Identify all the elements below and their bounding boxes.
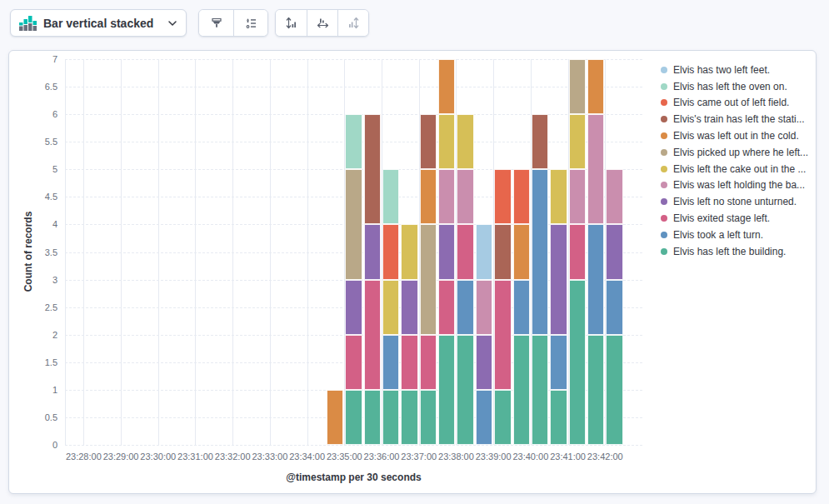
bar-segment[interactable] — [606, 280, 622, 335]
bar-segment[interactable] — [513, 335, 530, 445]
bar-segment[interactable] — [420, 114, 437, 169]
legend-item[interactable]: Elvis took a left turn. — [661, 227, 815, 243]
bar-segment[interactable] — [420, 169, 437, 224]
legend-item[interactable]: Elvis exited stage left. — [661, 210, 815, 227]
bar-segment[interactable] — [569, 280, 586, 445]
bar-segment[interactable] — [513, 224, 530, 279]
legend-item[interactable]: Elvis left the cake out in the ... — [661, 161, 815, 177]
bar-segment[interactable] — [494, 169, 511, 224]
bar-segment[interactable] — [457, 114, 473, 169]
bar-segment[interactable] — [345, 335, 362, 390]
bar-segment[interactable] — [550, 224, 567, 334]
bar-segment[interactable] — [364, 114, 381, 224]
bar-segment[interactable] — [587, 59, 604, 114]
bar-segment[interactable] — [364, 390, 381, 445]
bar-segment[interactable] — [345, 280, 362, 335]
bar-segment[interactable] — [420, 390, 437, 445]
chevron-down-icon — [167, 18, 177, 28]
legend-item[interactable]: Elvis has left the building. — [661, 243, 815, 260]
legend-item[interactable]: Elvis picked up where he left... — [661, 144, 815, 161]
bar-segment[interactable] — [364, 224, 381, 279]
bar-segment[interactable] — [606, 335, 622, 445]
bar-segment[interactable] — [494, 280, 511, 390]
bar-segment[interactable] — [532, 335, 548, 445]
bar-segment[interactable] — [438, 59, 455, 114]
bar-segment[interactable] — [587, 224, 604, 334]
bar-segment[interactable] — [401, 335, 417, 390]
bar-segment[interactable] — [401, 224, 417, 279]
bar-segment[interactable] — [606, 169, 622, 224]
legend-label: Elvis has left the oven on. — [673, 81, 787, 92]
legend-color-dot — [661, 67, 667, 73]
bar-segment[interactable] — [438, 335, 455, 445]
bar-segment[interactable] — [438, 114, 455, 169]
bar-segment[interactable] — [457, 280, 473, 335]
legend-item[interactable]: Elvis left no stone unturned. — [661, 193, 815, 210]
bar-segment[interactable] — [327, 390, 343, 445]
bar-segment[interactable] — [569, 169, 586, 224]
y-tick-label: 5 — [23, 164, 57, 174]
bar-segment[interactable] — [364, 280, 381, 390]
legend-item[interactable]: Elvis's train has left the stati... — [661, 111, 815, 127]
bar-segment[interactable] — [457, 335, 473, 445]
right-axis-extent-icon — [347, 16, 361, 30]
bar-segment[interactable] — [476, 280, 492, 335]
bullet-list-icon — [244, 17, 257, 30]
bar-segment[interactable] — [550, 335, 567, 390]
bar-segment[interactable] — [513, 169, 530, 224]
bar-segment[interactable] — [345, 114, 362, 169]
bar-segment[interactable] — [587, 114, 604, 224]
bar-segment[interactable] — [569, 114, 586, 169]
bar-segment[interactable] — [457, 224, 473, 279]
legend-options-button[interactable] — [233, 10, 267, 36]
y-tick-label: 1 — [23, 385, 57, 395]
bar-segment[interactable] — [569, 59, 586, 114]
bar-segment[interactable] — [382, 280, 399, 335]
bar-segment[interactable] — [382, 224, 399, 279]
bar-segment[interactable] — [550, 169, 567, 224]
y-tick-label: 0.5 — [23, 412, 57, 422]
bar-segment[interactable] — [494, 224, 511, 279]
bar-segment[interactable] — [382, 169, 399, 224]
legend-item[interactable]: Elvis has two left feet. — [661, 62, 815, 78]
bar-segment[interactable] — [401, 390, 417, 445]
legend-item[interactable]: Elvis came out of left field. — [661, 95, 815, 112]
bar-segment[interactable] — [494, 390, 511, 445]
left-axis-button[interactable] — [276, 10, 307, 36]
legend-item[interactable]: Elvis was left holding the ba... — [661, 177, 815, 194]
bar-segment[interactable] — [457, 169, 473, 224]
right-axis-button[interactable] — [337, 10, 368, 36]
legend-label: Elvis has left the building. — [673, 246, 786, 257]
bar-segment[interactable] — [532, 169, 548, 334]
bar-segment[interactable] — [513, 280, 530, 335]
x-tick-label: 23:36:00 — [364, 452, 400, 462]
legend-item[interactable]: Elvis has left the oven on. — [661, 78, 815, 95]
bar-segment[interactable] — [438, 280, 455, 335]
legend-item[interactable]: Elvis was left out in the cold. — [661, 127, 815, 144]
bar-segment[interactable] — [382, 335, 399, 390]
bar-segment[interactable] — [438, 169, 455, 224]
bar-segment[interactable] — [401, 280, 417, 335]
bar-segment[interactable] — [345, 390, 362, 445]
bar-segment[interactable] — [606, 224, 622, 279]
bar-segment[interactable] — [476, 335, 492, 390]
bottom-axis-button[interactable] — [307, 10, 337, 36]
y-tick-label: 7 — [23, 54, 57, 64]
bar-segment[interactable] — [438, 224, 455, 279]
bar-segment[interactable] — [345, 169, 362, 279]
legend-color-dot — [661, 248, 667, 255]
bar-segment[interactable] — [532, 114, 548, 169]
visual-options-button[interactable] — [199, 10, 233, 36]
bar-segment[interactable] — [476, 390, 492, 445]
bar-segment[interactable] — [382, 390, 399, 445]
x-tick-label: 23:30:00 — [140, 452, 176, 462]
bar-segment[interactable] — [569, 224, 586, 279]
bar-segment[interactable] — [550, 390, 567, 445]
bar-segment[interactable] — [476, 224, 492, 279]
bar-segment[interactable] — [420, 224, 437, 334]
chart-type-selector[interactable]: Bar vertical stacked — [10, 9, 187, 37]
legend-label: Elvis was left out in the cold. — [673, 130, 799, 142]
bar-segment[interactable] — [587, 335, 604, 445]
x-tick-label: 23:40:00 — [512, 452, 548, 462]
bar-segment[interactable] — [420, 335, 437, 390]
